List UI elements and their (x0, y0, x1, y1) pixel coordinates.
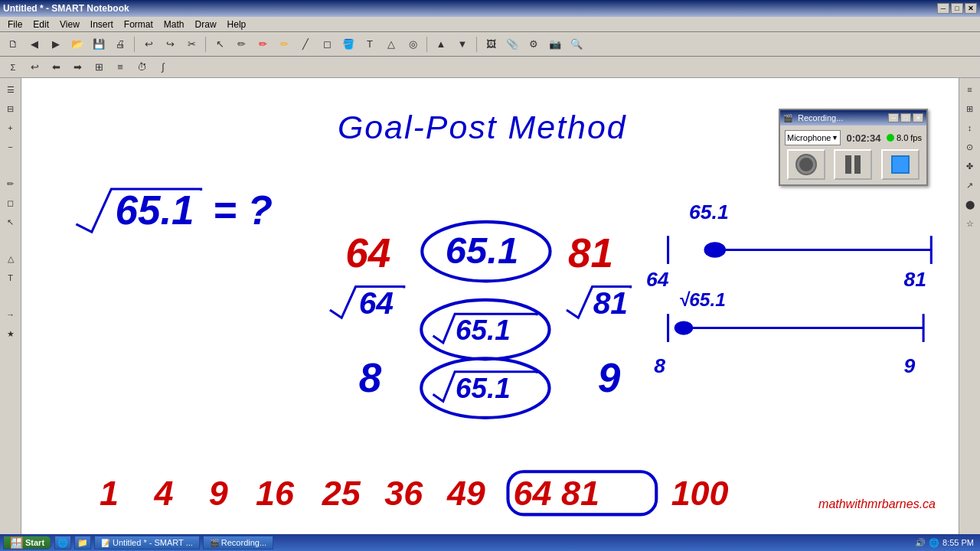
lt-arrow-button[interactable]: → (2, 306, 19, 323)
prev-page-button[interactable]: ⬅ (46, 57, 66, 77)
recording-title-label: 🎬 Recording... (783, 113, 843, 122)
rec-stop-button[interactable] (881, 149, 920, 180)
main-area: ☰ ⊟ + − ✏ ◻ ↖ △ T → ★ Goal-Post Method 6… (0, 78, 980, 534)
close-button[interactable]: ✕ (965, 3, 977, 14)
svg-text:81: 81 (904, 269, 927, 292)
tray-icon-2: 🌐 (929, 538, 939, 548)
taskbar-recording-window[interactable]: 🎬 Recording... (203, 536, 273, 549)
gallery-button[interactable]: 🖼 (481, 34, 501, 54)
redo-button[interactable]: ↪ (160, 34, 180, 54)
lt-select-button[interactable]: ↖ (2, 214, 19, 230)
menu-insert[interactable]: Insert (86, 18, 118, 31)
svg-text:36: 36 (384, 474, 423, 513)
rec-close-button[interactable]: ✕ (913, 113, 923, 122)
sigma-button[interactable]: Σ (3, 57, 23, 77)
pen-button[interactable]: ✏ (231, 34, 251, 54)
start-button[interactable]: 🪟 Start (3, 536, 51, 549)
settings-button[interactable]: ⚙ (524, 34, 544, 54)
menu-format[interactable]: Format (119, 18, 158, 31)
maximize-button[interactable]: □ (951, 3, 963, 14)
list-button[interactable]: ≡ (110, 57, 130, 77)
zoom-out-button[interactable]: − (2, 139, 19, 155)
lt-eraser-button[interactable]: ◻ (2, 194, 19, 211)
menu-edit[interactable]: Edit (28, 18, 54, 31)
rec-pause-button[interactable] (834, 149, 872, 180)
taskbar-ie-icon[interactable]: 🌐 (54, 536, 71, 549)
spotlight-button[interactable]: ◎ (403, 34, 423, 54)
lt-star-button[interactable]: ★ (2, 325, 19, 342)
pen2-button[interactable]: ✏ (253, 34, 273, 54)
next-page-button[interactable]: ➡ (67, 57, 87, 77)
menu-view[interactable]: View (55, 18, 84, 31)
taskbar-folder-icon[interactable]: 📁 (74, 536, 91, 549)
print-button[interactable]: 🖨 (110, 34, 130, 54)
menu-draw[interactable]: Draw (191, 18, 221, 31)
menu-math[interactable]: Math (159, 18, 189, 31)
lt-pen-button[interactable]: ✏ (2, 175, 19, 192)
rt-btn8[interactable]: ☆ (962, 215, 978, 232)
svg-text:8: 8 (359, 355, 382, 400)
undo-button[interactable]: ↩ (139, 34, 158, 54)
svg-text:64: 64 (646, 269, 669, 292)
rt-btn7[interactable]: ⬤ (962, 196, 978, 213)
down-button[interactable]: ▼ (452, 34, 472, 54)
rec-record-button[interactable] (787, 149, 825, 180)
select-button[interactable]: ↖ (210, 34, 230, 54)
rt-btn1[interactable]: ≡ (962, 81, 978, 98)
svg-text:81: 81 (568, 230, 613, 276)
rec-minimize-button[interactable]: ─ (888, 113, 899, 122)
zoom-button[interactable]: 🔍 (567, 34, 586, 54)
shapes-button[interactable]: △ (381, 34, 401, 54)
rec-maximize-button[interactable]: □ (900, 113, 911, 122)
rt-btn5[interactable]: ✤ (962, 158, 978, 174)
rt-btn6[interactable]: ↗ (962, 177, 978, 194)
cut-button[interactable]: ✂ (181, 34, 201, 54)
table-button[interactable]: ⊞ (89, 57, 109, 77)
taskbar-time: 8:55 PM (942, 538, 977, 547)
arrow-left-button[interactable]: ◀ (24, 34, 44, 54)
svg-text:65.1: 65.1 (689, 201, 729, 223)
minimize-button[interactable]: ─ (937, 3, 949, 14)
recording-controls: Microphone ▼ 0:02:34 8.0 fps (780, 126, 926, 184)
menu-help[interactable]: Help (223, 18, 251, 31)
undo2-button[interactable]: ↩ (24, 57, 44, 77)
svg-text:1: 1 (100, 474, 119, 513)
thumbnail-button[interactable]: ⊟ (2, 100, 19, 117)
save-button[interactable]: 💾 (89, 34, 109, 54)
recording-title-buttons: ─ □ ✕ (888, 113, 923, 122)
rt-btn3[interactable]: ↕ (962, 119, 978, 136)
pen3-button[interactable]: ✏ (274, 34, 294, 54)
lt-shapes-button[interactable]: △ (2, 250, 19, 267)
rt-btn4[interactable]: ⊙ (962, 139, 978, 155)
up-button[interactable]: ▲ (431, 34, 451, 54)
math2-button[interactable]: ∫ (153, 57, 173, 77)
eraser-button[interactable]: ◻ (317, 34, 337, 54)
line-button[interactable]: ╱ (296, 34, 315, 54)
arrow-right-button[interactable]: ▶ (46, 34, 66, 54)
attachments-button[interactable]: 📎 (502, 34, 522, 54)
new-button[interactable]: 🗋 (3, 34, 23, 54)
svg-text:√65.1: √65.1 (679, 289, 726, 310)
recording-panel: 🎬 Recording... ─ □ ✕ Microphone ▼ 0:02:3… (779, 109, 928, 186)
page-sorter-button[interactable]: ☰ (2, 81, 19, 98)
fill-button[interactable]: 🪣 (338, 34, 358, 54)
svg-text:65.1: 65.1 (446, 230, 518, 271)
svg-text:9: 9 (598, 355, 621, 400)
taskbar-smart-window[interactable]: 📝 Untitled * - SMART ... (94, 536, 200, 549)
lt-text-button[interactable]: T (2, 269, 19, 286)
clock-button[interactable]: ⏱ (132, 57, 152, 77)
svg-text:64: 64 (345, 230, 390, 276)
rec-microphone-dropdown[interactable]: Microphone ▼ (785, 130, 841, 145)
svg-text:81: 81 (593, 285, 628, 321)
menu-file[interactable]: File (3, 18, 27, 31)
rt-btn2[interactable]: ⊞ (962, 100, 978, 117)
window-title: Untitled * - SMART Notebook (3, 3, 129, 14)
text-button[interactable]: T (360, 34, 380, 54)
rec-status-dot (887, 134, 894, 142)
zoom-in-button[interactable]: + (2, 119, 19, 136)
open-button[interactable]: 📂 (67, 34, 87, 54)
toolbar-1: 🗋 ◀ ▶ 📂 💾 🖨 ↩ ↪ ✂ ↖ ✏ ✏ ✏ ╱ ◻ 🪣 T △ ◎ ▲ … (0, 32, 980, 57)
title-bar-buttons: ─ □ ✕ (937, 3, 977, 14)
capture-button[interactable]: 📷 (545, 34, 565, 54)
svg-text:100: 100 (671, 474, 729, 513)
